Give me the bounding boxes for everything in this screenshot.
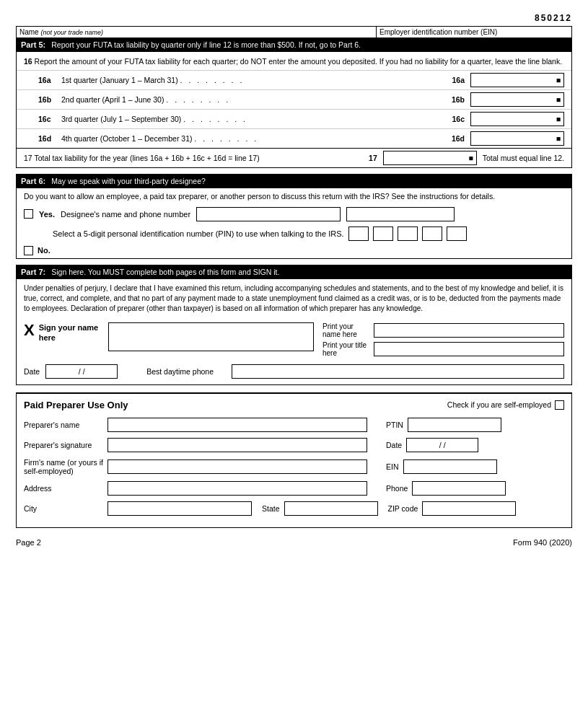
line-16d-ref: 16d <box>452 134 465 143</box>
pp-firm-label: Firm's name (or yours if self-employed) <box>24 458 103 475</box>
line-16d-label: 16d <box>38 134 61 143</box>
line-16a-desc: 1st quarter (January 1 – March 31) . . .… <box>61 76 446 84</box>
line-17-row: 17 Total tax liability for the year (lin… <box>17 148 571 167</box>
line-16b-input[interactable]: ■ <box>470 92 564 107</box>
pp-signature-row: Preparer's signature Date / / <box>24 438 564 452</box>
print-title-row: Print your title here <box>322 341 564 357</box>
pin-2[interactable] <box>373 226 393 241</box>
ptin-input[interactable] <box>408 418 501 432</box>
pin-label: Select a 5-digit personal identification… <box>53 229 344 238</box>
pp-ein-label: EIN <box>386 462 399 471</box>
print-name-row: Print your name here <box>322 322 564 338</box>
line-16c-input[interactable]: ■ <box>470 112 564 126</box>
best-phone-section: Best daytime phone <box>146 364 564 379</box>
pp-firm-input[interactable] <box>107 459 367 474</box>
self-employed-row: Check if you are self-employed <box>447 400 564 410</box>
header-ein-cell: Employer identification number (EIN) <box>377 27 571 38</box>
no-row: No. <box>17 243 571 258</box>
part7-section: Under penalties of perjury, I declare th… <box>16 279 572 385</box>
pin-3[interactable] <box>398 226 418 241</box>
ptin-label: PTIN <box>386 421 403 429</box>
sign-x-mark: X <box>24 322 35 338</box>
line-17-ref: 17 <box>369 154 377 162</box>
designee-phone-input[interactable] <box>346 207 455 221</box>
pin-5[interactable] <box>447 226 467 241</box>
date-phone-row: Date / / Best daytime phone <box>17 361 571 384</box>
pp-ein-input[interactable] <box>403 459 497 474</box>
paid-preparer-section: Paid Preparer Use Only Check if you are … <box>16 392 572 528</box>
pp-address-label: Address <box>24 484 103 493</box>
pp-address-row: Address Phone <box>24 481 564 496</box>
line-16c-desc: 3rd quarter (July 1 – September 30) . . … <box>61 115 446 123</box>
no-label: No. <box>38 246 51 255</box>
line-16b-label: 16b <box>38 95 61 104</box>
pp-zip-label: ZIP code <box>388 504 418 513</box>
print-title-input[interactable] <box>374 342 564 356</box>
pp-zip-section: ZIP code <box>388 501 517 516</box>
line-16d-input[interactable]: ■ <box>470 131 564 146</box>
pp-signature-label: Preparer's signature <box>24 441 103 449</box>
q16-intro: 16 Report the amount of your FUTA tax li… <box>17 52 571 70</box>
pin-row: Select a 5-digit personal identification… <box>17 224 571 243</box>
name-sublabel: (not your trade name) <box>40 29 103 36</box>
pp-date-input[interactable]: / / <box>406 438 478 452</box>
pp-name-label: Preparer's name <box>24 421 103 429</box>
part6-number: Part 6: <box>21 177 45 185</box>
pin-4[interactable] <box>422 226 442 241</box>
sign-area: X Sign your name here Print your name he… <box>17 318 571 361</box>
best-phone-input[interactable] <box>232 364 564 379</box>
pp-zip-input[interactable] <box>422 501 516 516</box>
form-label: Form 940 (2020) <box>513 538 572 547</box>
designee-label: Designee's name and phone number <box>61 210 190 219</box>
pp-name-input[interactable] <box>107 418 367 432</box>
form-number: 850212 <box>16 13 572 23</box>
header-row: Name (not your trade name) Employer iden… <box>16 26 572 38</box>
line-17-label: 17 Total tax liability for the year (lin… <box>24 154 363 162</box>
part5-section: 16 Report the amount of your FUTA tax li… <box>16 52 572 168</box>
self-employed-label: Check if you are self-employed <box>447 400 551 409</box>
perjury-text: Under penalties of perjury, I declare th… <box>17 279 571 318</box>
pp-date-section: Date / / <box>386 438 478 452</box>
print-name-input[interactable] <box>374 323 564 338</box>
no-checkbox[interactable] <box>24 246 33 255</box>
best-phone-label: Best daytime phone <box>146 367 226 376</box>
footer: Page 2 Form 940 (2020) <box>16 538 572 547</box>
pp-state-input[interactable] <box>284 501 378 516</box>
yes-label: Yes. <box>39 210 55 219</box>
designee-row: Yes. Designee's name and phone number <box>17 204 571 224</box>
pp-city-input[interactable] <box>107 501 252 516</box>
sign-right: Print your name here Print your title he… <box>322 322 564 357</box>
date-input[interactable]: / / <box>45 364 118 379</box>
pp-signature-input[interactable] <box>107 438 367 452</box>
line-16a-input[interactable]: ■ <box>470 73 564 87</box>
pp-city-row: City State ZIP code <box>24 501 564 516</box>
part6-header: Part 6: May we speak with your third-par… <box>16 174 572 188</box>
pp-date-label: Date <box>386 441 402 449</box>
pp-city-label: City <box>24 504 103 513</box>
part5-number: Part 5: <box>21 40 45 49</box>
header-name-cell: Name (not your trade name) <box>17 27 377 38</box>
line-16c-label: 16c <box>38 115 61 123</box>
pp-state-section: State <box>262 501 378 516</box>
pp-firm-row: Firm's name (or yours if self-employed) … <box>24 458 564 475</box>
pp-phone-label: Phone <box>386 484 408 493</box>
part6-intro: Do you want to allow an employee, a paid… <box>17 188 571 204</box>
line-16a-row: 16a 1st quarter (January 1 – March 31) .… <box>17 70 571 89</box>
pin-1[interactable] <box>348 226 369 241</box>
ptin-section: PTIN <box>386 418 501 432</box>
pp-name-row: Preparer's name PTIN <box>24 418 564 432</box>
part6-title: May we speak with your third-party desig… <box>51 177 206 185</box>
line-17-input[interactable]: ■ <box>383 151 477 165</box>
signature-input[interactable] <box>108 322 314 351</box>
yes-checkbox[interactable] <box>24 209 33 219</box>
line-16a-ref: 16a <box>452 76 465 84</box>
date-label: Date <box>24 367 40 376</box>
part7-title: Sign here. You MUST complete both pages … <box>51 268 279 276</box>
designee-name-input[interactable] <box>196 207 341 221</box>
self-employed-checkbox[interactable] <box>555 400 564 410</box>
date-section: Date / / <box>24 364 118 379</box>
pp-phone-input[interactable] <box>412 481 506 496</box>
part7-number: Part 7: <box>21 268 45 276</box>
line-16b-desc: 2nd quarter (April 1 – June 30) . . . . … <box>61 95 446 104</box>
pp-address-input[interactable] <box>107 481 367 496</box>
